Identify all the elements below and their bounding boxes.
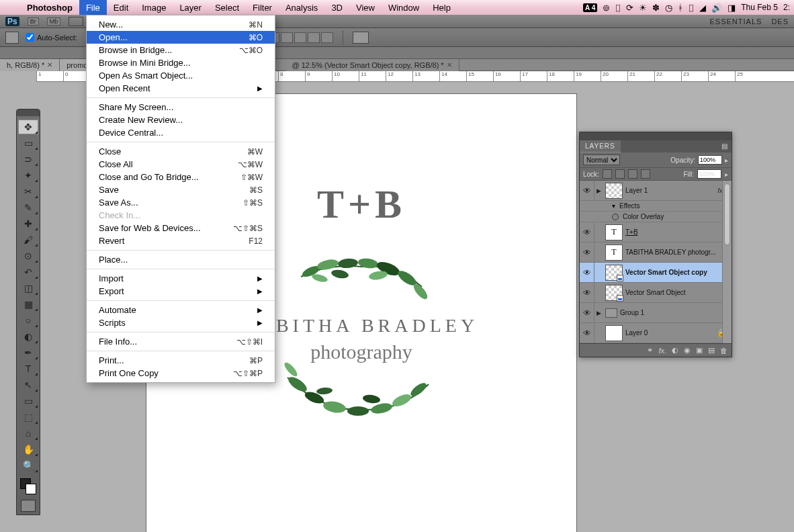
visibility-icon[interactable]: 👁: [580, 323, 594, 343]
layer-row[interactable]: 👁Vector Smart Object: [580, 283, 732, 303]
menu-item-open-as-smart-object-[interactable]: Open As Smart Object...: [87, 69, 275, 82]
close-icon[interactable]: ✕: [447, 61, 452, 69]
shape-tool[interactable]: ▭: [18, 394, 38, 408]
eraser-tool[interactable]: ◫: [18, 281, 38, 296]
menu-item-export[interactable]: Export▶: [87, 285, 275, 298]
menu-item-open-recent[interactable]: Open Recent▶: [87, 82, 275, 95]
gradient-tool[interactable]: ▦: [18, 297, 38, 312]
color-swatches[interactable]: [18, 477, 38, 497]
history-tool[interactable]: ↶: [18, 265, 38, 279]
visibility-icon[interactable]: 👁: [580, 283, 594, 302]
dist2-4[interactable]: [294, 32, 306, 43]
trash-icon[interactable]: 🗑: [720, 347, 727, 355]
doc-tab-3[interactable]: @ 12.5% (Vector Smart Object copy, RGB/8…: [285, 59, 459, 71]
dodge-tool[interactable]: ◐: [18, 329, 38, 344]
menu-edit[interactable]: Edit: [107, 0, 135, 15]
menu-file[interactable]: File: [79, 0, 107, 15]
pen-tool[interactable]: ✒: [18, 345, 38, 360]
menu-item-browse-in-mini-bridge-[interactable]: Browse in Mini Bridge...: [87, 56, 275, 69]
scrollbar[interactable]: [722, 181, 732, 343]
wifi2-icon[interactable]: ◢: [699, 3, 706, 13]
view-extras-icon[interactable]: [69, 17, 83, 26]
app-name[interactable]: Photoshop: [20, 3, 79, 13]
path-tool[interactable]: ↖: [18, 378, 38, 392]
menu-help[interactable]: Help: [426, 0, 457, 15]
layer-row[interactable]: 👁▶Layer 1fx ▾: [580, 181, 732, 201]
layer-effect[interactable]: Color Overlay: [580, 212, 732, 222]
blend-mode-select[interactable]: Normal: [583, 154, 620, 165]
dropbox-icon[interactable]: ⌷: [615, 3, 621, 13]
lock-pixels-icon[interactable]: [615, 169, 625, 179]
workspace-design[interactable]: DES: [771, 17, 789, 26]
layer-row[interactable]: 👁▶Group 1: [580, 303, 732, 323]
layer-effect[interactable]: ▾Effects: [580, 201, 732, 212]
battery-icon[interactable]: ◨: [727, 3, 736, 13]
auto-select-checkbox[interactable]: [26, 33, 34, 42]
ps-icon[interactable]: Ps: [5, 17, 19, 26]
menu-image[interactable]: Image: [135, 0, 173, 15]
brush-tool[interactable]: 🖌: [18, 232, 38, 247]
menu-item-close-all[interactable]: Close All⌥⌘W: [87, 158, 275, 171]
3dcam-tool[interactable]: ⌂: [18, 426, 38, 441]
dist2-3[interactable]: [281, 32, 293, 43]
layer-row[interactable]: 👁TT+B: [580, 222, 732, 242]
layers-tab[interactable]: LAYERS: [580, 140, 621, 152]
menu-item-save-as-[interactable]: Save As...⇧⌘S: [87, 196, 275, 209]
menu-3d[interactable]: 3D: [324, 0, 349, 15]
menu-item-close[interactable]: Close⌘W: [87, 145, 275, 158]
doc-tab-1[interactable]: h, RGB/8) *✕: [0, 59, 60, 71]
menu-item-save-for-web-devices-[interactable]: Save for Web & Devices...⌥⇧⌘S: [87, 222, 275, 234]
zoom-tool[interactable]: 🔍: [18, 458, 38, 473]
workspace-essentials[interactable]: ESSENTIALS: [710, 17, 762, 26]
fx-icon[interactable]: fx.: [658, 347, 666, 355]
menu-view[interactable]: View: [349, 0, 382, 15]
timemachine-icon[interactable]: ◷: [665, 3, 672, 13]
auto-align-icon[interactable]: [353, 32, 369, 44]
menu-item-new-[interactable]: New...⌘N: [87, 18, 275, 31]
menu-item-automate[interactable]: Automate▶: [87, 304, 275, 316]
menu-item-file-info-[interactable]: File Info...⌥⇧⌘I: [87, 335, 275, 348]
menu-item-open-[interactable]: Open...⌘O: [87, 31, 275, 44]
fill-field[interactable]: 100%: [697, 169, 721, 179]
menu-filter[interactable]: Filter: [246, 0, 279, 15]
wifi-icon[interactable]: ⌷: [689, 3, 694, 13]
menu-item-import[interactable]: Import▶: [87, 272, 275, 285]
minibridge-icon[interactable]: Mb: [47, 17, 61, 26]
volume-icon[interactable]: 🔊: [711, 3, 722, 13]
visibility-icon[interactable]: 👁: [580, 242, 594, 262]
stamp-tool[interactable]: ⊙: [18, 249, 38, 263]
lock-trans-icon[interactable]: [603, 169, 612, 179]
clock[interactable]: Thu Feb 5: [741, 3, 778, 12]
menu-item-share-my-screen-[interactable]: Share My Screen...: [87, 101, 275, 114]
dist2-5[interactable]: [308, 32, 320, 43]
menu-item-browse-in-bridge-[interactable]: Browse in Bridge...⌥⌘O: [87, 44, 275, 56]
quick-mask-icon[interactable]: [21, 500, 36, 512]
display-icon[interactable]: ☀: [639, 3, 647, 13]
opacity-field[interactable]: 100%: [698, 155, 722, 165]
move-tool[interactable]: ✥: [18, 120, 38, 134]
type-tool[interactable]: T: [18, 361, 38, 376]
menu-item-create-new-review-[interactable]: Create New Review...: [87, 114, 275, 126]
group-icon[interactable]: ▣: [696, 346, 703, 355]
menu-item-place-[interactable]: Place...: [87, 253, 275, 266]
menu-item-scripts[interactable]: Scripts▶: [87, 316, 275, 329]
menu-window[interactable]: Window: [382, 0, 426, 15]
eyedrop-tool[interactable]: ✎: [18, 200, 38, 215]
close-icon[interactable]: ✕: [47, 61, 52, 69]
menu-analysis[interactable]: Analysis: [279, 0, 324, 15]
crop-tool[interactable]: ✂: [18, 184, 38, 199]
visibility-icon[interactable]: 👁: [580, 263, 594, 282]
visibility-icon[interactable]: 👁: [580, 222, 594, 242]
cc-icon[interactable]: ⊚: [603, 3, 610, 13]
lock-pos-icon[interactable]: [628, 169, 637, 179]
blur-tool[interactable]: ○: [18, 313, 38, 328]
adj-icon[interactable]: ◉: [684, 346, 691, 355]
menu-item-print-[interactable]: Print...⌘P: [87, 354, 275, 367]
heal-tool[interactable]: ✚: [18, 216, 38, 231]
dist2-6[interactable]: [321, 32, 333, 43]
bluetooth-icon[interactable]: ᚼ: [678, 3, 683, 13]
menu-item-device-central-[interactable]: Device Central...: [87, 126, 275, 139]
layer-row[interactable]: 👁Vector Smart Object copy: [580, 263, 732, 283]
sync-icon[interactable]: ⟳: [626, 3, 633, 13]
mask-icon[interactable]: ◐: [672, 346, 678, 355]
